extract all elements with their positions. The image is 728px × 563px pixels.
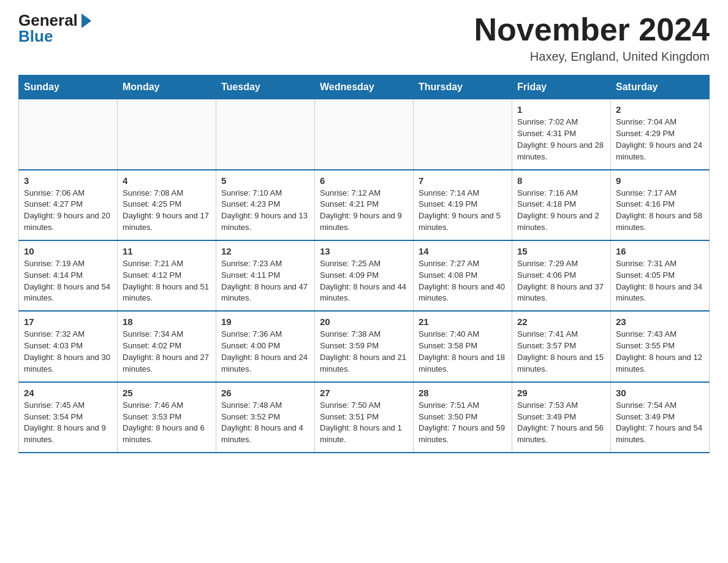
calendar-cell: 22Sunrise: 7:41 AM Sunset: 3:57 PM Dayli… [512, 311, 611, 381]
calendar-week-row: 1Sunrise: 7:02 AM Sunset: 4:31 PM Daylig… [19, 99, 710, 170]
calendar-cell: 12Sunrise: 7:23 AM Sunset: 4:11 PM Dayli… [216, 240, 315, 311]
day-info: Sunrise: 7:14 AM Sunset: 4:19 PM Dayligh… [419, 188, 507, 234]
day-number: 18 [123, 316, 211, 327]
logo: General Blue [18, 12, 91, 44]
day-info: Sunrise: 7:51 AM Sunset: 3:50 PM Dayligh… [419, 400, 507, 446]
calendar-cell: 16Sunrise: 7:31 AM Sunset: 4:05 PM Dayli… [611, 240, 710, 311]
calendar-cell [216, 99, 315, 170]
calendar-cell: 11Sunrise: 7:21 AM Sunset: 4:12 PM Dayli… [118, 240, 216, 311]
calendar-cell: 26Sunrise: 7:48 AM Sunset: 3:52 PM Dayli… [216, 382, 315, 453]
calendar-cell: 15Sunrise: 7:29 AM Sunset: 4:06 PM Dayli… [512, 240, 611, 311]
title-block: November 2024 Haxey, England, United Kin… [474, 12, 710, 64]
day-info: Sunrise: 7:27 AM Sunset: 4:08 PM Dayligh… [419, 258, 507, 304]
calendar-cell [118, 99, 216, 170]
weekday-header-wednesday: Wednesday [315, 75, 414, 99]
day-info: Sunrise: 7:08 AM Sunset: 4:25 PM Dayligh… [123, 188, 211, 234]
calendar-cell: 25Sunrise: 7:46 AM Sunset: 3:53 PM Dayli… [118, 382, 216, 453]
weekday-header-monday: Monday [118, 75, 216, 99]
day-info: Sunrise: 7:34 AM Sunset: 4:02 PM Dayligh… [123, 329, 211, 375]
day-number: 8 [517, 175, 605, 186]
calendar-cell [414, 99, 512, 170]
calendar-cell: 23Sunrise: 7:43 AM Sunset: 3:55 PM Dayli… [611, 311, 710, 381]
day-info: Sunrise: 7:25 AM Sunset: 4:09 PM Dayligh… [320, 258, 408, 304]
calendar-cell: 18Sunrise: 7:34 AM Sunset: 4:02 PM Dayli… [118, 311, 216, 381]
day-number: 10 [24, 246, 112, 256]
day-number: 11 [123, 246, 211, 256]
day-info: Sunrise: 7:54 AM Sunset: 3:49 PM Dayligh… [616, 400, 704, 446]
calendar-cell: 5Sunrise: 7:10 AM Sunset: 4:23 PM Daylig… [216, 170, 315, 240]
calendar-cell [19, 99, 118, 170]
calendar-cell: 29Sunrise: 7:53 AM Sunset: 3:49 PM Dayli… [512, 382, 611, 453]
weekday-header-saturday: Saturday [611, 75, 710, 99]
day-number: 5 [221, 175, 309, 186]
weekday-header-friday: Friday [512, 75, 611, 99]
calendar-week-row: 24Sunrise: 7:45 AM Sunset: 3:54 PM Dayli… [19, 382, 710, 453]
day-info: Sunrise: 7:43 AM Sunset: 3:55 PM Dayligh… [616, 329, 704, 375]
calendar-cell: 7Sunrise: 7:14 AM Sunset: 4:19 PM Daylig… [414, 170, 512, 240]
calendar-cell: 3Sunrise: 7:06 AM Sunset: 4:27 PM Daylig… [19, 170, 118, 240]
day-info: Sunrise: 7:19 AM Sunset: 4:14 PM Dayligh… [24, 258, 112, 304]
day-number: 1 [517, 104, 605, 115]
calendar-week-row: 17Sunrise: 7:32 AM Sunset: 4:03 PM Dayli… [19, 311, 710, 381]
logo-triangle-icon [82, 13, 91, 28]
day-info: Sunrise: 7:21 AM Sunset: 4:12 PM Dayligh… [123, 258, 211, 304]
day-info: Sunrise: 7:23 AM Sunset: 4:11 PM Dayligh… [221, 258, 309, 304]
day-number: 17 [24, 316, 112, 327]
page-header: General Blue November 2024 Haxey, Englan… [18, 12, 710, 64]
calendar-cell: 13Sunrise: 7:25 AM Sunset: 4:09 PM Dayli… [315, 240, 414, 311]
day-number: 13 [320, 246, 408, 256]
day-number: 24 [24, 388, 112, 398]
day-info: Sunrise: 7:02 AM Sunset: 4:31 PM Dayligh… [517, 117, 605, 163]
day-number: 21 [419, 316, 507, 327]
day-number: 25 [123, 388, 211, 398]
calendar-cell: 28Sunrise: 7:51 AM Sunset: 3:50 PM Dayli… [414, 382, 512, 453]
day-info: Sunrise: 7:46 AM Sunset: 3:53 PM Dayligh… [123, 400, 211, 446]
day-info: Sunrise: 7:41 AM Sunset: 3:57 PM Dayligh… [517, 329, 605, 375]
calendar-cell: 21Sunrise: 7:40 AM Sunset: 3:58 PM Dayli… [414, 311, 512, 381]
calendar-table: SundayMondayTuesdayWednesdayThursdayFrid… [18, 75, 710, 453]
day-info: Sunrise: 7:06 AM Sunset: 4:27 PM Dayligh… [24, 188, 112, 234]
calendar-week-row: 3Sunrise: 7:06 AM Sunset: 4:27 PM Daylig… [19, 170, 710, 240]
day-number: 3 [24, 175, 112, 186]
day-number: 27 [320, 388, 408, 398]
calendar-cell: 1Sunrise: 7:02 AM Sunset: 4:31 PM Daylig… [512, 99, 611, 170]
calendar-cell: 2Sunrise: 7:04 AM Sunset: 4:29 PM Daylig… [611, 99, 710, 170]
calendar-cell: 17Sunrise: 7:32 AM Sunset: 4:03 PM Dayli… [19, 311, 118, 381]
calendar-cell: 27Sunrise: 7:50 AM Sunset: 3:51 PM Dayli… [315, 382, 414, 453]
location-text: Haxey, England, United Kingdom [474, 50, 710, 64]
calendar-cell: 6Sunrise: 7:12 AM Sunset: 4:21 PM Daylig… [315, 170, 414, 240]
day-info: Sunrise: 7:17 AM Sunset: 4:16 PM Dayligh… [616, 188, 704, 234]
day-number: 20 [320, 316, 408, 327]
day-number: 28 [419, 388, 507, 398]
calendar-cell: 30Sunrise: 7:54 AM Sunset: 3:49 PM Dayli… [611, 382, 710, 453]
weekday-header-tuesday: Tuesday [216, 75, 315, 99]
day-number: 12 [221, 246, 309, 256]
calendar-cell: 24Sunrise: 7:45 AM Sunset: 3:54 PM Dayli… [19, 382, 118, 453]
day-number: 19 [221, 316, 309, 327]
day-number: 23 [616, 316, 704, 327]
day-info: Sunrise: 7:10 AM Sunset: 4:23 PM Dayligh… [221, 188, 309, 234]
day-info: Sunrise: 7:32 AM Sunset: 4:03 PM Dayligh… [24, 329, 112, 375]
day-number: 7 [419, 175, 507, 186]
day-info: Sunrise: 7:31 AM Sunset: 4:05 PM Dayligh… [616, 258, 704, 304]
day-info: Sunrise: 7:16 AM Sunset: 4:18 PM Dayligh… [517, 188, 605, 234]
logo-blue-text: Blue [18, 28, 53, 44]
day-number: 29 [517, 388, 605, 398]
day-info: Sunrise: 7:40 AM Sunset: 3:58 PM Dayligh… [419, 329, 507, 375]
calendar-cell: 14Sunrise: 7:27 AM Sunset: 4:08 PM Dayli… [414, 240, 512, 311]
weekday-header-thursday: Thursday [414, 75, 512, 99]
day-info: Sunrise: 7:53 AM Sunset: 3:49 PM Dayligh… [517, 400, 605, 446]
day-number: 14 [419, 246, 507, 256]
day-number: 4 [123, 175, 211, 186]
day-number: 6 [320, 175, 408, 186]
day-info: Sunrise: 7:29 AM Sunset: 4:06 PM Dayligh… [517, 258, 605, 304]
calendar-cell: 20Sunrise: 7:38 AM Sunset: 3:59 PM Dayli… [315, 311, 414, 381]
day-number: 15 [517, 246, 605, 256]
day-number: 26 [221, 388, 309, 398]
day-number: 9 [616, 175, 704, 186]
logo-general-text: General [18, 12, 91, 28]
calendar-week-row: 10Sunrise: 7:19 AM Sunset: 4:14 PM Dayli… [19, 240, 710, 311]
calendar-cell: 10Sunrise: 7:19 AM Sunset: 4:14 PM Dayli… [19, 240, 118, 311]
day-info: Sunrise: 7:12 AM Sunset: 4:21 PM Dayligh… [320, 188, 408, 234]
calendar-cell [315, 99, 414, 170]
